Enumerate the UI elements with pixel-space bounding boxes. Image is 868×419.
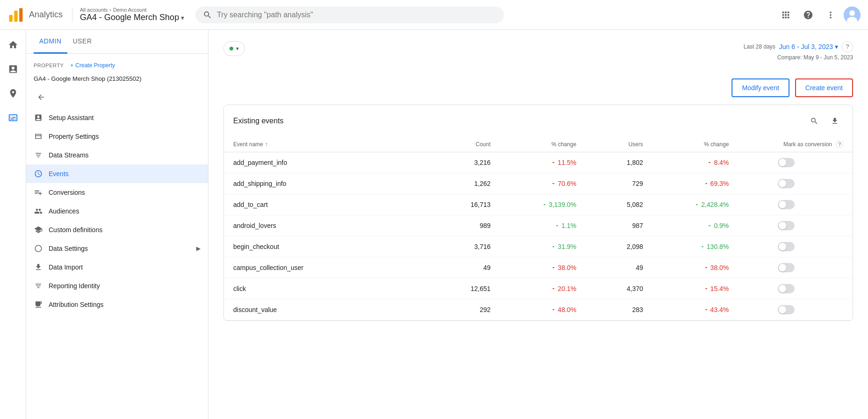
status-button[interactable]: ▾ — [223, 41, 245, 56]
td-count: 12,651 — [424, 285, 491, 292]
td-count-change: 48.0% — [491, 306, 577, 313]
td-users-change: 2,428.4% — [643, 201, 729, 208]
nav-item-attribution-settings[interactable]: Attribution Settings — [26, 295, 208, 314]
svg-rect-2 — [19, 8, 22, 21]
sidebar-icon-reports[interactable] — [2, 58, 24, 80]
sidebar-nav: Property + Create Property GA4 - Google … — [26, 54, 208, 419]
main-content: ▾ Last 28 days Jun 6 - Jul 3, 2023 ▾ ? C… — [208, 30, 868, 419]
nav-item-data-streams[interactable]: Data Streams — [26, 146, 208, 164]
breadcrumb: All accounts › Demo Account — [80, 7, 184, 13]
td-users: 5,082 — [576, 201, 643, 208]
td-conversion-toggle[interactable] — [729, 284, 843, 293]
event-action-buttons: Modify event Create event — [223, 78, 853, 97]
user-avatar[interactable] — [844, 7, 861, 23]
current-property-label: GA4 - Google Merch Shop (213025502) — [26, 73, 208, 86]
logo-area: Analytics — [7, 7, 63, 23]
date-help-button[interactable]: ? — [842, 41, 853, 52]
nav-label-data-streams: Data Streams — [49, 151, 89, 159]
td-count: 3,216 — [424, 159, 491, 166]
nav-item-data-import[interactable]: Data Import — [26, 258, 208, 277]
td-users-change: 130.8% — [643, 243, 729, 250]
property-name[interactable]: GA4 - Google Merch Shop ▾ — [80, 13, 184, 22]
conversion-toggle[interactable] — [778, 221, 795, 230]
svg-rect-1 — [14, 11, 17, 21]
search-events-button[interactable] — [806, 113, 823, 129]
nav-item-events[interactable]: Events — [26, 164, 208, 183]
property-selector[interactable]: All accounts › Demo Account GA4 - Google… — [72, 7, 184, 22]
td-conversion-toggle[interactable] — [729, 305, 843, 314]
td-users-change: 43.4% — [643, 306, 729, 313]
more-vert-icon — [825, 10, 836, 20]
more-options-button[interactable] — [821, 6, 840, 24]
conversion-toggle[interactable] — [778, 284, 795, 293]
date-range-picker[interactable]: Last 28 days Jun 6 - Jul 3, 2023 ▾ ? Com… — [744, 41, 853, 61]
conversion-toggle[interactable] — [778, 305, 795, 314]
sidebar-icon-advertising[interactable] — [2, 107, 24, 129]
search-bar[interactable] — [195, 7, 504, 23]
conversion-toggle[interactable] — [778, 263, 795, 272]
events-icon — [34, 170, 43, 178]
tab-admin[interactable]: ADMIN — [34, 30, 67, 54]
status-bar: ▾ — [223, 41, 245, 56]
td-conversion-toggle[interactable] — [729, 221, 843, 230]
svg-point-4 — [849, 10, 855, 16]
conversion-toggle[interactable] — [778, 179, 795, 188]
conversion-toggle[interactable] — [778, 158, 795, 167]
setup-assistant-icon — [34, 114, 43, 122]
attribution-settings-icon — [34, 300, 43, 309]
create-property-button[interactable]: + Create Property — [67, 61, 118, 70]
td-count-change: 3,139.0% — [491, 201, 577, 208]
download-events-button[interactable] — [826, 113, 843, 129]
td-event-name: add_payment_info — [233, 159, 424, 166]
modify-event-button[interactable]: Modify event — [732, 78, 789, 97]
admin-tabs: ADMIN USER — [26, 30, 208, 54]
td-count: 3,716 — [424, 243, 491, 250]
nav-item-audiences[interactable]: Audiences — [26, 202, 208, 220]
events-table-header: Existing events — [224, 105, 853, 137]
create-event-button[interactable]: Create event — [795, 78, 853, 97]
topbar-actions — [776, 6, 861, 24]
td-conversion-toggle[interactable] — [729, 242, 843, 251]
td-count: 989 — [424, 222, 491, 229]
td-count-change: 38.0% — [491, 264, 577, 271]
conversion-toggle[interactable] — [778, 242, 795, 251]
td-users: 4,370 — [576, 285, 643, 292]
nav-item-setup-assistant[interactable]: Setup Assistant — [26, 108, 208, 127]
mark-conversion-help-icon[interactable]: ? — [836, 141, 843, 148]
nav-label-conversions: Conversions — [49, 189, 85, 196]
td-conversion-toggle[interactable] — [729, 179, 843, 188]
nav-item-reporting-identity[interactable]: Reporting Identity — [26, 277, 208, 295]
td-conversion-toggle[interactable] — [729, 158, 843, 167]
status-indicator — [230, 47, 233, 50]
help-icon-button[interactable] — [799, 6, 818, 24]
table-row: begin_checkout 3,716 31.9% 2,098 130.8% — [224, 236, 853, 257]
sidebar-icon-home[interactable] — [2, 34, 24, 56]
nav-item-data-settings[interactable]: Data Settings ▶ — [26, 239, 208, 258]
search-input[interactable] — [217, 11, 496, 19]
nav-label-events: Events — [49, 170, 69, 178]
td-count: 16,713 — [424, 201, 491, 208]
conversion-toggle[interactable] — [778, 200, 795, 209]
table-row: android_lovers 989 1.1% 987 0.9% — [224, 215, 853, 236]
nav-label-property-settings: Property Settings — [49, 133, 99, 140]
app-name: Analytics — [29, 10, 63, 20]
nav-item-custom-definitions[interactable]: Custom definitions — [26, 220, 208, 239]
td-conversion-toggle[interactable] — [729, 200, 843, 209]
th-mark-conversion: Mark as conversion ? — [729, 141, 843, 148]
td-count: 1,262 — [424, 180, 491, 187]
admin-panel: ADMIN USER Property + Create Property GA… — [26, 30, 208, 419]
date-value[interactable]: Jun 6 - Jul 3, 2023 ▾ — [779, 43, 838, 50]
apps-icon-button[interactable] — [776, 6, 795, 24]
data-streams-icon — [34, 151, 43, 159]
td-event-name: discount_value — [233, 306, 424, 313]
nav-item-property-settings[interactable]: Property Settings — [26, 127, 208, 146]
nav-item-conversions[interactable]: Conversions — [26, 183, 208, 202]
sidebar-icon-explore[interactable] — [2, 82, 24, 105]
th-event-name[interactable]: Event name ↑ — [233, 141, 424, 148]
back-button[interactable] — [34, 90, 49, 105]
td-conversion-toggle[interactable] — [729, 263, 843, 272]
events-table-actions — [806, 113, 843, 129]
tab-user[interactable]: USER — [67, 30, 98, 54]
help-icon — [803, 10, 813, 20]
reporting-identity-icon — [34, 282, 43, 290]
